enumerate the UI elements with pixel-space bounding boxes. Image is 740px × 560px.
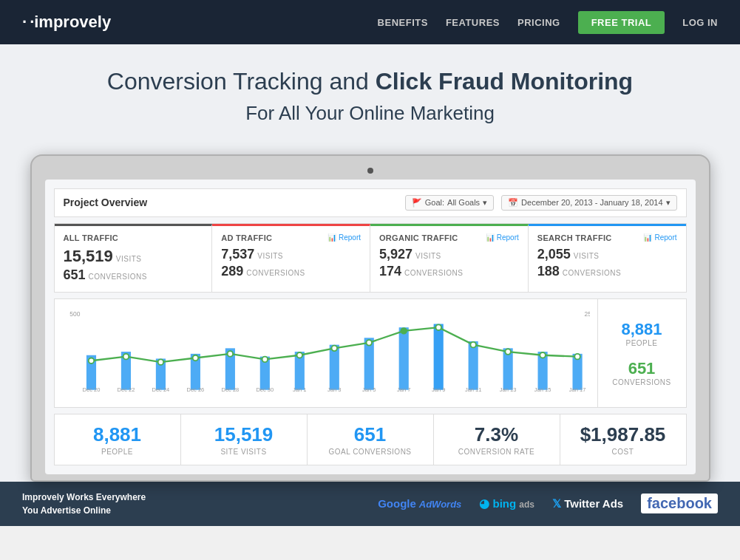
footer-line1: Improvely Works Everywhere (22, 491, 146, 504)
laptop-screen: Project Overview 🚩 Goal: All Goals ▾ 📅 D… (45, 180, 696, 474)
hero-line1-normal: Conversion Tracking and (107, 68, 376, 95)
chart-main: 500 25 (55, 299, 597, 407)
panel-search-stats: 2,055 VISITS 188 CONVERSIONS (537, 247, 677, 279)
all-visits-row: 15,519 VISITS (64, 247, 203, 266)
svg-text:Dec 26: Dec 26 (186, 386, 204, 392)
panel-all-header: ALL TRAFFIC (64, 233, 203, 242)
laptop-camera (367, 168, 373, 174)
stat-site-visits: 15,519 SITE VISITS (181, 414, 308, 465)
search-visits-label: VISITS (574, 252, 600, 260)
svg-point-25 (366, 340, 372, 346)
stat-goal-conv-label: GOAL CONVERSIONS (315, 448, 426, 456)
organic-conv-num: 174 (379, 264, 401, 279)
dashboard-title: Project Overview (64, 197, 148, 208)
svg-text:Jan 9: Jan 9 (432, 386, 445, 392)
dashboard-header: Project Overview 🚩 Goal: All Goals ▾ 📅 D… (54, 188, 687, 217)
ad-visits-label: VISITS (257, 252, 283, 260)
goal-label: Goal: (425, 198, 444, 207)
dashboard-controls: 🚩 Goal: All Goals ▾ 📅 December 20, 2013 … (405, 195, 677, 211)
all-visits-num: 15,519 (64, 247, 113, 266)
panel-all-title: ALL TRAFFIC (64, 233, 119, 242)
chart-area: 500 25 (54, 298, 687, 408)
facebook-logo: facebook (641, 494, 718, 513)
svg-point-24 (331, 345, 337, 351)
search-conv-label: CONVERSIONS (563, 269, 621, 277)
nav-pricing[interactable]: PRICING (517, 17, 560, 28)
panel-search-report[interactable]: 📊 Report (643, 233, 676, 242)
svg-text:Dec 20: Dec 20 (82, 386, 100, 392)
free-trial-button[interactable]: FREE TRIAL (578, 11, 665, 34)
stat-site-visits-label: SITE VISITS (189, 448, 299, 456)
google-adwords-logo: Google AdWords (378, 497, 461, 510)
organic-visits-label: VISITS (415, 252, 441, 260)
panel-organic-header: ORGANIC TRAFFIC 📊 Report (379, 233, 519, 242)
svg-text:Jan 7: Jan 7 (397, 386, 410, 392)
organic-visits-row: 5,927 VISITS (379, 247, 519, 262)
hero-subheadline: For All Your Online Marketing (15, 102, 725, 125)
goal-selector[interactable]: 🚩 Goal: All Goals ▾ (405, 195, 494, 211)
panel-organic-report-label: Report (497, 233, 519, 242)
logo-icon: · (22, 13, 27, 32)
svg-point-22 (262, 356, 268, 362)
svg-text:Dec 24: Dec 24 (152, 386, 169, 392)
svg-text:Jan 5: Jan 5 (362, 386, 376, 392)
stat-cost-num: $1,987.85 (568, 423, 679, 446)
panel-ad-title: AD TRAFFIC (221, 233, 272, 242)
hero-line1-bold: Click Fraud Monitoring (376, 68, 633, 95)
svg-point-26 (401, 328, 407, 334)
chevron-icon2: ▾ (666, 198, 671, 208)
login-button[interactable]: LOG IN (682, 17, 718, 28)
all-visits-label: VISITS (116, 255, 142, 263)
nav-features[interactable]: FEATURES (446, 17, 500, 28)
organic-visits-num: 5,927 (379, 247, 413, 262)
svg-rect-12 (433, 324, 443, 389)
goal-value: All Goals (447, 198, 480, 207)
panel-ad-header: AD TRAFFIC 📊 Report (221, 233, 361, 242)
sidebar-conversions-label: CONVERSIONS (612, 378, 671, 386)
laptop-mockup: Project Overview 🚩 Goal: All Goals ▾ 📅 D… (0, 140, 740, 482)
search-conv-num: 188 (537, 264, 560, 279)
stat-cost-label: COST (568, 448, 679, 456)
hero-section: Conversion Tracking and Click Fraud Moni… (0, 44, 740, 140)
svg-text:500: 500 (69, 310, 80, 318)
panel-ad-report[interactable]: 📊 Report (327, 233, 361, 242)
panel-ad-report-label: Report (339, 233, 361, 242)
navigation: · ·improvely BENEFITS FEATURES PRICING F… (0, 0, 740, 44)
panel-search-traffic: SEARCH TRAFFIC 📊 Report 2,055 VISITS (529, 224, 686, 292)
stat-conv-rate-label: CONVERSION RATE (441, 448, 552, 456)
dashboard: Project Overview 🚩 Goal: All Goals ▾ 📅 D… (45, 180, 696, 474)
laptop-frame: Project Overview 🚩 Goal: All Goals ▾ 📅 D… (30, 154, 710, 482)
svg-point-31 (574, 353, 580, 359)
ad-conv-row: 289 CONVERSIONS (221, 264, 361, 279)
chart-svg: 500 25 (62, 307, 590, 397)
logo-text: ·improvely (30, 13, 111, 32)
search-visits-row: 2,055 VISITS (537, 247, 677, 262)
svg-text:Jan 13: Jan 13 (499, 386, 516, 392)
panel-organic-report[interactable]: 📊 Report (486, 233, 519, 242)
bing-logo: ◕ bing ads (479, 496, 534, 511)
svg-text:Jan 1: Jan 1 (293, 386, 306, 392)
svg-point-17 (88, 358, 94, 363)
nav-benefits[interactable]: BENEFITS (378, 17, 428, 28)
stat-site-visits-num: 15,519 (189, 423, 299, 446)
svg-text:Dec 22: Dec 22 (117, 386, 135, 392)
calendar-icon: 📅 (508, 198, 518, 208)
ad-visits-row: 7,537 VISITS (221, 247, 361, 262)
date-range-value: December 20, 2013 - January 18, 2014 (521, 198, 662, 207)
stat-conv-rate: 7.3% CONVERSION RATE (434, 414, 560, 465)
nav-links: BENEFITS FEATURES PRICING FREE TRIAL LOG… (378, 11, 718, 34)
footer-text: Improvely Works Everywhere You Advertise… (22, 491, 146, 517)
all-conv-num: 651 (64, 267, 86, 283)
panel-search-title: SEARCH TRAFFIC (537, 233, 612, 242)
stat-people: 8,881 PEOPLE (55, 414, 181, 465)
partner-logos: Google AdWords ◕ bing ads 𝕏 Twitter Ads … (378, 494, 718, 513)
all-conv-row: 651 CONVERSIONS (64, 267, 203, 283)
svg-point-27 (435, 324, 441, 330)
stat-goal-conv: 651 GOAL CONVERSIONS (308, 414, 434, 465)
date-range-selector[interactable]: 📅 December 20, 2013 - January 18, 2014 ▾ (501, 195, 676, 211)
sidebar-people-num: 8,881 (621, 320, 662, 339)
sidebar-conversions-stat: 651 CONVERSIONS (612, 359, 671, 386)
panel-organic-title: ORGANIC TRAFFIC (379, 233, 458, 242)
svg-text:Jan 3: Jan 3 (327, 386, 341, 392)
sidebar-people-label: PEOPLE (621, 339, 662, 347)
